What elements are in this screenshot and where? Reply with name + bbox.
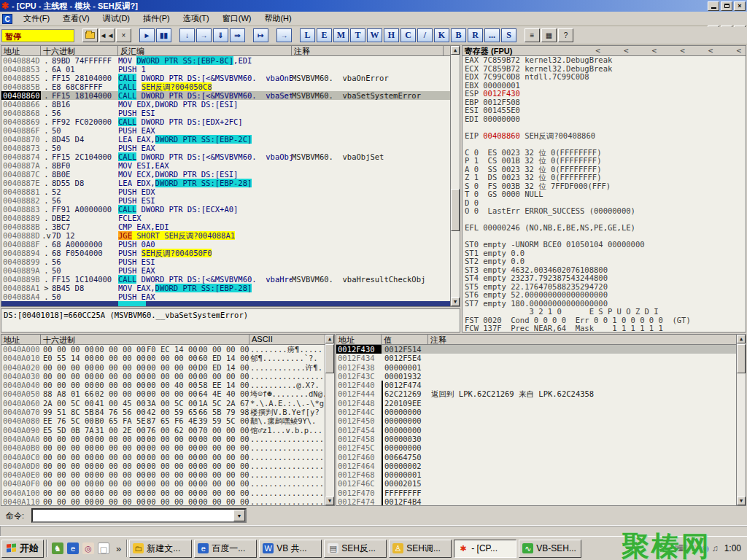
appearance-button[interactable]: ▦ [541, 28, 557, 42]
volume-icon[interactable]: ♫ [712, 543, 719, 553]
execute-till-return-button[interactable]: ↦ [253, 28, 268, 42]
disasm-row[interactable]: 0040888F.68 A0000000PUSH 0A0 [1, 240, 460, 249]
panel-button-k[interactable]: K [434, 28, 449, 42]
stack-row[interactable]: 0012F44462C21269返回到 LPK.62C21269 来自 LPK.… [336, 389, 746, 398]
chevron-down-icon[interactable]: ▼ [233, 510, 245, 521]
register-line[interactable]: ST4 empty 23237.792387543244800 [462, 274, 746, 283]
disasm-row[interactable]: 00408853.6A 01PUSH 1 [1, 65, 460, 74]
register-line[interactable]: EDI 00000000 [462, 115, 746, 124]
stack-row[interactable]: 0012F4740012F4B4 [336, 497, 746, 506]
dump-row[interactable]: 0040A10000 00 00 0000 00 00 0000 00 00 0… [1, 489, 334, 497]
collapse-chevron-2[interactable]: < [650, 46, 659, 55]
command-input[interactable]: ▼ [31, 508, 247, 523]
register-line[interactable]: Z 1 DS 0023 32 位 0(FFFFFFFF) [462, 174, 746, 182]
help-button[interactable]: ? [558, 28, 573, 42]
panel-button-dots[interactable]: ... [484, 28, 500, 42]
scroll-thumb[interactable] [325, 344, 334, 373]
dump-row[interactable]: 0040A0E000 00 00 0000 00 00 0000 00 00 0… [1, 470, 334, 479]
stack-row[interactable]: 0012F43800000001 [336, 363, 746, 372]
collapse-chevron-5[interactable]: < [734, 46, 743, 55]
collapse-chevron-4[interactable]: < [706, 46, 716, 55]
stack-row[interactable]: 0012F46800000001 [336, 470, 746, 479]
register-line[interactable]: A 0 SS 0023 32 位 0(FFFFFFFF) [462, 166, 746, 174]
disasm-row[interactable]: 00408883.FF91 A0000000CALL DWORD PTR DS:… [1, 205, 460, 214]
quick-launch-icon-1[interactable]: ♞ [52, 542, 63, 554]
disasm-row[interactable]: 0040887E.8D55 D8LEA EDX,DWORD PTR SS:[EB… [1, 179, 460, 187]
restart-button[interactable]: ◄◄ [99, 28, 115, 42]
register-line[interactable]: D 0 [462, 199, 746, 208]
dump-row[interactable]: 0040A010E0 55 14 0000 00 00 0000 00 00 0… [1, 354, 334, 362]
registers-collapse-buttons[interactable]: <<<<<< [591, 46, 746, 55]
dump-row[interactable]: 0040A090E5 5D 0B 7A31 00 2E 0076 00 62 0… [1, 426, 334, 435]
stack-row[interactable]: 0012F4340012F5E4 [336, 354, 746, 362]
register-line[interactable]: ST7 empty 180.00000000000000000 [462, 300, 746, 308]
open-file-button[interactable] [82, 28, 98, 42]
register-line[interactable]: EBP 0012F508 [462, 98, 746, 107]
disasm-row[interactable]: 00408873.50PUSH EAX [1, 144, 460, 152]
menu-item-1[interactable]: 查看(V) [56, 12, 96, 24]
scroll-up-icon[interactable]: ▲ [325, 335, 334, 343]
disasm-row[interactable]: 0040887C.8B0EMOV ECX,DWORD PTR DS:[ESI] [1, 170, 460, 179]
disasm-row[interactable]: 0040888B.3BC7CMP EAX,EDI [1, 222, 460, 231]
register-line[interactable]: ST1 empty 0.0 [462, 249, 746, 258]
animate-over-button[interactable]: ⇒ [230, 28, 245, 42]
memory-dump-pane[interactable]: 地址 十六进制 ASCII 0040A00000 00 00 0000 00 0… [1, 334, 335, 506]
register-line[interactable] [462, 123, 746, 132]
taskbar-task-1[interactable]: e百度一... [194, 540, 257, 558]
windows-list-button[interactable]: ≡ [525, 28, 540, 42]
disasm-row[interactable]: 004088A4.50PUSH EAX [1, 292, 460, 301]
register-line[interactable]: ESP 0012F430 [462, 90, 746, 98]
register-line[interactable]: 3 2 1 0 E S P U O Z D I [462, 308, 746, 316]
dump-row[interactable]: 0040A03000 00 00 0000 00 00 0000 00 00 0… [1, 372, 334, 381]
register-line[interactable]: EDX 7C99C0D8 ntdll.7C99C0D8 [462, 73, 746, 82]
animate-into-button[interactable]: ⇓ [213, 28, 228, 42]
panel-button-c[interactable]: C [400, 28, 416, 42]
dump-row[interactable]: 0040A0602A 00 5C 0041 00 45 003A 00 5C 0… [1, 399, 334, 408]
taskbar-task-0[interactable]: 🗀新建文... [129, 540, 192, 558]
register-line[interactable]: C 0 ES 0023 32 位 0(FFFFFFFF) [462, 149, 746, 158]
dump-row[interactable]: 0040A02000 00 00 0000 00 00 0000 00 00 0… [1, 363, 334, 372]
stack-scrollbar[interactable]: ▲ ▼ [736, 335, 746, 505]
scroll-thumb[interactable] [451, 189, 460, 231]
panel-button-m[interactable]: M [333, 28, 349, 42]
disasm-row[interactable]: 00408860.FF15 18104000CALL DWORD PTR DS:… [1, 91, 460, 100]
register-line[interactable]: ST0 empty -UNORM BCE0 01050104 00000000 [462, 241, 746, 249]
disasm-row[interactable]: 0040889A.50PUSH EAX [1, 266, 460, 275]
disasm-row[interactable]: 00408894.68 F0504000PUSH SEH反调?004050F0 [1, 249, 460, 257]
dump-row[interactable]: 0040A0D000 00 00 0000 00 00 0000 00 00 0… [1, 462, 334, 470]
register-line[interactable]: FST 0020 Cond 0 0 0 0 Err 0 0 1 0 0 0 0 … [462, 316, 746, 325]
panel-button-/[interactable]: / [417, 28, 433, 42]
register-line[interactable]: ST6 empty 52.000000000000000000 [462, 291, 746, 300]
step-over-button[interactable]: → [196, 28, 212, 42]
dump-row[interactable]: 0040A0B000 00 00 0000 00 00 0000 00 00 0… [1, 443, 334, 452]
disasm-row[interactable]: 00408882.56PUSH ESI [1, 196, 460, 205]
collapse-chevron-1[interactable]: < [622, 46, 631, 55]
taskbar-task-5[interactable]: ✱- [CP... [454, 540, 516, 558]
scroll-down-icon[interactable]: ▼ [325, 497, 334, 505]
stack-row[interactable]: 0012F4300012F514 [336, 345, 746, 354]
disasm-row[interactable]: 00408866.8B16MOV EDX,DWORD PTR DS:[ESI] [1, 100, 460, 109]
register-line[interactable]: EIP 00408860 SEH反调?00408860 [462, 132, 746, 141]
dump-row[interactable]: 0040A05088 A8 01 6602 00 00 0000 00 00 0… [1, 389, 334, 398]
register-line[interactable]: ECX 7C859B72 kernel32.DebugBreak [462, 65, 746, 74]
disasm-row[interactable]: 00408899.56PUSH ESI [1, 257, 460, 266]
menu-item-5[interactable]: 窗口(W) [216, 12, 258, 24]
step-into-button[interactable]: ↓ [179, 28, 195, 42]
stack-row[interactable]: 0012F470FFFFFFFF [336, 489, 746, 497]
dump-row[interactable]: 0040A07099 51 8C 5B84 76 56 0042 00 59 6… [1, 408, 334, 416]
menu-item-0[interactable]: 文件(F) [17, 12, 56, 24]
register-line[interactable] [462, 233, 746, 241]
collapse-chevron-0[interactable]: < [593, 46, 603, 55]
disasm-row[interactable]: 00408889.DBE2FCLEX [1, 214, 460, 222]
disasm-row[interactable]: 00408869.FF92 FC020000CALL DWORD PTR DS:… [1, 117, 460, 126]
stack-row[interactable]: 0012F448220109EE [336, 399, 746, 408]
taskbar-task-4[interactable]: ♙SEH调... [389, 540, 452, 558]
disasm-row[interactable]: 0040885B.E8 68C8FFFFCALL SEH反调?004050C8 [1, 82, 460, 91]
menu-item-2[interactable]: 调试(D) [96, 12, 136, 24]
panel-button-w[interactable]: W [367, 28, 382, 42]
minimize-button[interactable] [708, 1, 719, 11]
dump-row[interactable]: 0040A0A000 00 00 0000 00 00 0000 00 00 0… [1, 435, 334, 443]
stack-row[interactable]: 0012F46C00002015 [336, 479, 746, 488]
disasm-row[interactable]: 0040888D.v7D 12JGE SHORT SEH反调?004088A1 [1, 231, 460, 240]
panel-button-e[interactable]: E [317, 28, 332, 42]
